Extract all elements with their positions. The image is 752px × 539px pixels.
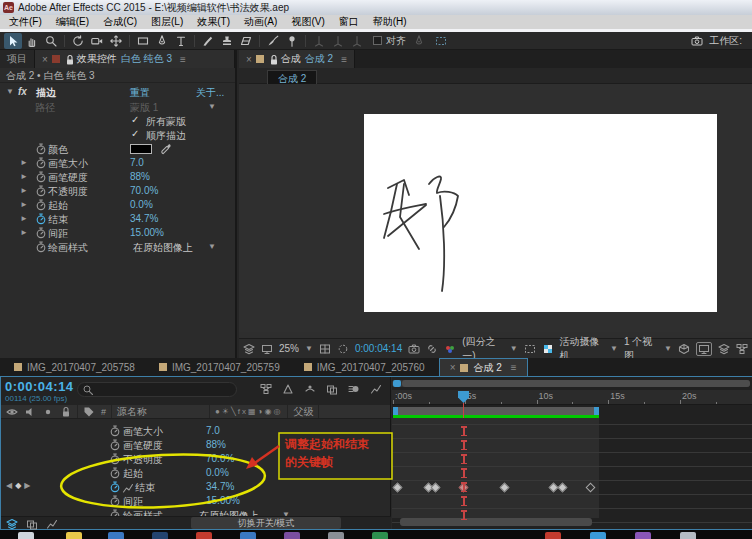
taskbar-app-icon[interactable] [240,532,256,539]
chevron-down-icon[interactable]: ▼ [664,344,672,353]
stopwatch-icon[interactable] [35,185,47,197]
expand-graph-icon[interactable] [46,518,58,530]
type-tool[interactable] [172,33,190,49]
region-of-interest-icon[interactable] [524,343,536,355]
menu-item[interactable]: 帮助(H) [366,15,414,29]
expand-inout-icon[interactable] [26,518,38,530]
brush-tool[interactable] [199,33,217,49]
stopwatch-icon[interactable] [35,227,47,239]
zoom-level[interactable]: 25% [279,343,299,354]
add-keyframe-icon[interactable]: ◆ [15,481,21,490]
timeline-navigator[interactable] [392,380,750,387]
tab-project[interactable]: 项目 [0,50,35,68]
chevron-down-icon[interactable]: ▼ [510,344,518,353]
rotate-tool[interactable] [69,33,87,49]
panel-menu-icon[interactable]: ≡ [511,362,517,373]
panel-menu-icon[interactable]: ≡ [180,54,186,65]
stopwatch-icon[interactable] [35,241,47,253]
windows-taskbar[interactable] [0,530,752,539]
stopwatch-icon[interactable] [109,425,121,437]
safe-margins-icon[interactable] [319,343,331,355]
sync-settings-icon[interactable] [691,35,703,47]
snap-checkbox[interactable] [373,36,382,45]
taskbar-app-icon[interactable] [372,532,388,539]
footage-tab[interactable]: IMG_20170407_205760 [294,358,435,376]
prop-value[interactable]: 7.0 [130,157,144,168]
stopwatch-icon[interactable] [35,199,47,211]
stopwatch-icon[interactable] [109,495,121,507]
transparency-grid-icon[interactable] [542,343,554,355]
color-swatch[interactable] [130,144,152,154]
prop-value[interactable]: 15.00% [206,495,240,506]
prop-value[interactable]: 88% [206,439,226,450]
snapshot-icon[interactable] [408,343,420,355]
work-area-bar[interactable] [393,407,599,415]
time-ruler[interactable]: :00s 5s 10s 15s 20s [392,390,752,405]
menu-item[interactable]: 窗口 [332,15,366,29]
menu-item[interactable]: 图层(L) [144,15,190,29]
menu-item[interactable]: 动画(A) [237,15,284,29]
stopwatch-icon[interactable] [35,157,47,169]
hand-tool[interactable] [23,33,41,49]
current-timecode[interactable]: 0:00:04:14 [5,379,74,394]
motion-toggle[interactable] [348,383,360,395]
transparency-grid-icon[interactable] [542,343,554,355]
primary-viewer-icon[interactable] [261,343,273,355]
axis-mode-local[interactable] [310,33,328,49]
show-snapshot-icon[interactable] [426,343,438,355]
shy-toggle[interactable] [304,383,316,395]
stopwatch-icon[interactable] [35,171,47,183]
twirl-icon[interactable]: ► [20,228,28,237]
camera-tool[interactable] [88,33,106,49]
expand-layers-icon[interactable] [6,518,18,530]
axis-mode-world[interactable] [329,33,347,49]
menu-item[interactable]: 效果(T) [190,15,237,29]
panel-menu-icon[interactable]: ≡ [341,54,347,65]
taskbar-app-icon[interactable] [66,532,82,539]
stopwatch-icon[interactable] [35,241,47,253]
fast-previews-icon[interactable] [696,342,712,356]
stopwatch-icon[interactable] [109,495,121,507]
stopwatch-icon[interactable] [109,453,121,465]
taskbar-app-icon[interactable] [152,532,168,539]
tab-effect-controls[interactable]: × 效果控件 白色 纯色 3 ≡ [35,50,235,68]
taskbar-app-icon[interactable] [196,532,212,539]
prop-value[interactable]: 0.0% [206,467,229,478]
snapshot-icon[interactable] [408,343,420,355]
twirl-icon[interactable]: ► [20,200,28,209]
effect-name[interactable]: 描边 [36,86,56,100]
sync-settings-icon[interactable] [691,35,703,47]
prop-value[interactable]: 70.0% [206,453,234,464]
eyedropper-icon[interactable] [160,143,172,155]
checkbox-checked-icon[interactable]: ✓ [131,114,139,125]
stopwatch-icon[interactable] [109,467,121,479]
close-icon[interactable]: × [450,362,456,373]
menu-item[interactable]: 编辑(E) [49,15,96,29]
twirl-icon[interactable]: ► [20,214,28,223]
taskbar-app-icon[interactable] [108,532,124,539]
taskbar-app-icon[interactable] [590,532,606,539]
prop-value[interactable]: 88% [130,171,150,182]
taskbar-app-icon[interactable] [545,532,561,539]
taskbar-app-icon[interactable] [18,532,34,539]
pixel-aspect-icon[interactable] [678,343,690,355]
menu-item[interactable]: 视图(V) [284,15,331,29]
twirl-icon[interactable]: ► [20,172,28,181]
stopwatch-icon[interactable] [35,143,47,155]
comp-timecode[interactable]: 0:00:04:14 [355,343,402,354]
twirl-icon[interactable]: ► [20,186,28,195]
eyedropper-icon[interactable] [160,143,172,155]
pan-behind-tool[interactable] [107,33,125,49]
playhead-line[interactable] [463,403,464,418]
twirl-icon[interactable]: ► [20,158,28,167]
prev-keyframe-icon[interactable]: ◀ [6,481,12,490]
puppet-pin-tool[interactable] [283,33,301,49]
mask-visibility-icon[interactable] [337,343,349,355]
search-icon[interactable] [82,384,94,396]
region-of-interest-icon[interactable] [524,343,536,355]
comp-viewer[interactable] [239,84,752,332]
parent-column[interactable]: 父级 [288,405,319,418]
show-snapshot-icon[interactable] [426,343,438,355]
stopwatch-icon[interactable] [35,143,47,155]
zoom-tool[interactable] [42,33,60,49]
